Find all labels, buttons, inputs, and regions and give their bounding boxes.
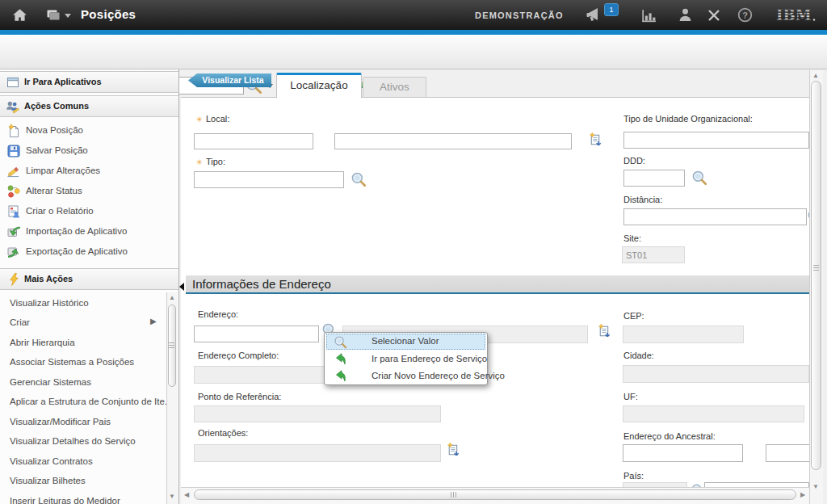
menu-item-ir-para-endereco[interactable]: Ir para Endereço de Serviço bbox=[326, 351, 485, 368]
help-icon[interactable]: ? bbox=[737, 7, 753, 23]
ponto-referencia-label: Ponto de Referência: bbox=[198, 392, 281, 401]
sidebar-item-nova-posicao[interactable]: Nova Posição bbox=[0, 121, 165, 141]
sidebar-item-criar-relatorio[interactable]: Criar o Relatório bbox=[0, 202, 165, 221]
content-scroll-left-icon[interactable]: ◀ bbox=[184, 492, 189, 498]
sidebar-item-aplicar-estrutura[interactable]: Aplicar a Estrutura de Conjunto de Ite..… bbox=[0, 393, 165, 412]
ibm-logo: IBM bbox=[775, 7, 817, 23]
sidebar-item-importacao-aplicativo[interactable]: Importação de Aplicativo bbox=[0, 222, 165, 242]
local-input[interactable] bbox=[194, 133, 313, 149]
sidebar-item-gerenciar-sistemas[interactable]: Gerenciar Sistemas bbox=[0, 373, 165, 393]
pais-label: País: bbox=[623, 471, 644, 481]
lightning-icon bbox=[7, 272, 21, 287]
sidebar-item-visualizar-detalhes-servico[interactable]: Visualizar Detalhes do Serviço bbox=[0, 432, 165, 452]
distancia-input[interactable] bbox=[623, 208, 807, 225]
uf-label: UF: bbox=[623, 392, 638, 401]
sidebar-header-common-actions[interactable]: Ações Comuns bbox=[0, 95, 178, 117]
uf-field bbox=[623, 405, 804, 422]
sidebar-header-go-to[interactable]: Ir Para Aplicativos bbox=[0, 71, 178, 93]
profile-icon[interactable] bbox=[678, 7, 693, 23]
local-description-input[interactable] bbox=[334, 133, 572, 149]
tab-visualizar-lista[interactable]: Visualizar Lista bbox=[188, 74, 271, 87]
sidebar-scroll-down-icon[interactable]: ▼ bbox=[169, 494, 175, 500]
change-status-icon bbox=[6, 184, 21, 199]
tab-ativos[interactable]: Ativos bbox=[363, 77, 426, 98]
reports-icon[interactable] bbox=[640, 8, 657, 23]
ponto-referencia-field bbox=[194, 405, 441, 422]
content-scroll-down-icon[interactable]: ▼ bbox=[812, 484, 819, 490]
site-label: Site: bbox=[623, 233, 641, 243]
local-long-description-icon[interactable] bbox=[587, 132, 604, 149]
tab-localizacao[interactable]: Localização bbox=[276, 73, 362, 98]
endereco-input[interactable] bbox=[194, 326, 319, 342]
endereco-ancestral-description-input[interactable] bbox=[766, 444, 816, 462]
announcements-icon[interactable] bbox=[585, 6, 604, 23]
sidebar-item-visualizar-historico[interactable]: Visualizar Histórico bbox=[0, 294, 165, 313]
unidade-input[interactable] bbox=[623, 132, 809, 149]
sidebar-item-visualizar-bilhetes[interactable]: Visualizar Bilhetes bbox=[0, 472, 165, 491]
tipo-label: Tipo: bbox=[206, 157, 225, 166]
sidebar-item-criar[interactable]: Criar ▶ bbox=[0, 313, 165, 333]
sidebar-item-associar-sistemas[interactable]: Associar Sistemas a Posições bbox=[0, 353, 165, 372]
submenu-arrow-icon: ▶ bbox=[150, 317, 157, 326]
ddd-select-value-icon[interactable] bbox=[691, 170, 707, 186]
sidebar-item-abrir-hierarquia[interactable]: Abrir Hierarquia bbox=[0, 334, 165, 353]
sidebar-item-inserir-leituras[interactable]: Inserir Leituras do Medidor bbox=[0, 492, 165, 504]
go-to-arrow-icon bbox=[335, 370, 346, 384]
endereco-ancestral-label: Endereço do Ancestral: bbox=[623, 431, 716, 441]
content-hscrollbar-thumb[interactable] bbox=[194, 489, 796, 500]
record-panel bbox=[181, 97, 809, 504]
new-document-icon bbox=[6, 124, 21, 138]
content-vscrollbar-thumb[interactable] bbox=[811, 81, 821, 470]
tipo-input[interactable] bbox=[194, 171, 344, 188]
menu-item-criar-novo-endereco[interactable]: Criar Novo Endereço de Serviço bbox=[326, 368, 485, 384]
orientacoes-field bbox=[194, 444, 441, 462]
sidebar-item-limpar-alteracoes[interactable]: Limpar Alterações bbox=[0, 162, 165, 181]
select-value-popup-menu: Selecionar Valor Ir para Endereço de Ser… bbox=[324, 332, 488, 385]
site-field: ST01 bbox=[622, 246, 685, 263]
common-actions-icon bbox=[5, 99, 20, 115]
magnifier-icon bbox=[334, 335, 347, 349]
go-to-arrow-icon bbox=[335, 353, 346, 367]
menu-item-selecionar-valor[interactable]: Selecionar Valor bbox=[326, 334, 485, 350]
record-toolbar: Localizar: bbox=[0, 35, 827, 69]
import-icon bbox=[6, 225, 21, 239]
sidebar-item-visualizar-contratos[interactable]: Visualizar Contratos bbox=[0, 452, 165, 472]
sidebar-item-exportacao-aplicativo[interactable]: Exportação de Aplicativo bbox=[0, 242, 165, 262]
content-scroll-right-icon[interactable]: ▶ bbox=[800, 492, 805, 498]
content-scroll-up-icon[interactable]: ▲ bbox=[812, 73, 819, 79]
environment-label: DEMONSTRAÇÃO bbox=[475, 10, 564, 20]
sidebar-scroll-up-icon[interactable]: ▲ bbox=[169, 295, 175, 301]
endereco-ancestral-input[interactable] bbox=[623, 444, 743, 462]
cidade-field bbox=[623, 365, 809, 383]
svg-text:?: ? bbox=[742, 10, 748, 20]
orientacoes-label: Orientações: bbox=[198, 428, 248, 438]
distancia-label: Distância: bbox=[623, 195, 662, 204]
application-window: Posições DEMONSTRAÇÃO 1 ? IBM Localizar:… bbox=[0, 0, 827, 504]
address-section-title: Informações de Endereço bbox=[192, 277, 331, 291]
tipo-select-value-icon[interactable] bbox=[351, 171, 367, 187]
home-icon[interactable] bbox=[11, 6, 28, 23]
create-report-icon bbox=[6, 204, 21, 219]
applications-menu-caret-icon[interactable] bbox=[65, 14, 71, 18]
endereco-completo-label: Endereço Completo: bbox=[198, 351, 279, 360]
required-marker: ✳ bbox=[196, 158, 203, 166]
endereco-label: Endereço: bbox=[198, 309, 238, 319]
sidebar-item-visualizar-modificar-pais[interactable]: Visualizar/Modificar Pais bbox=[0, 413, 165, 432]
endereco-long-description-icon[interactable] bbox=[596, 323, 613, 340]
page-title: Posições bbox=[81, 7, 136, 21]
sidebar-item-salvar-posicao[interactable]: Salvar Posição bbox=[0, 141, 165, 161]
sidebar-collapse-icon[interactable] bbox=[179, 283, 184, 291]
application-window-icon bbox=[6, 75, 20, 90]
save-icon bbox=[6, 144, 21, 158]
local-label: Local: bbox=[206, 114, 229, 124]
required-marker: ✳ bbox=[196, 116, 203, 124]
sign-out-icon[interactable] bbox=[707, 8, 721, 23]
sidebar-item-alterar-status[interactable]: Alterar Status bbox=[0, 182, 165, 201]
ddd-input[interactable] bbox=[623, 170, 685, 187]
export-icon bbox=[6, 245, 21, 259]
orientacoes-long-description-icon[interactable] bbox=[445, 442, 462, 459]
notification-badge[interactable]: 1 bbox=[604, 3, 619, 16]
sidebar-header-more-actions[interactable]: Mais Ações bbox=[0, 268, 178, 290]
clear-changes-icon bbox=[6, 164, 21, 178]
applications-menu-icon[interactable] bbox=[45, 8, 61, 23]
